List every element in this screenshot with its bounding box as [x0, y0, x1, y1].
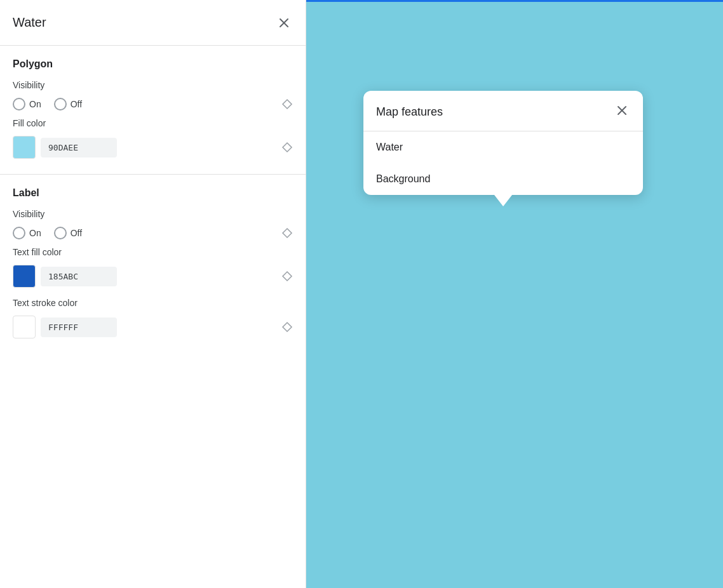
close-icon — [278, 17, 290, 29]
polygon-fill-color-input[interactable] — [41, 138, 117, 157]
polygon-section: Polygon Visibility On Off Fill color — [0, 46, 306, 175]
text-fill-color-row — [13, 265, 293, 288]
map-features-popup: Map features Water Background — [363, 91, 643, 195]
panel-header: Water — [0, 0, 306, 46]
polygon-visibility-off[interactable]: Off — [54, 98, 82, 110]
polygon-fill-color-label: Fill color — [13, 118, 293, 128]
popup-close-button[interactable] — [614, 102, 630, 122]
polygon-fill-color-swatch[interactable] — [13, 136, 36, 159]
polygon-off-radio[interactable] — [54, 98, 67, 110]
label-on-label: On — [29, 228, 41, 238]
text-stroke-color-input[interactable] — [41, 317, 117, 337]
text-fill-diamond-icon — [281, 271, 293, 282]
polygon-visibility-radio-group: On Off — [13, 98, 281, 110]
polygon-visibility-on[interactable]: On — [13, 98, 41, 110]
polygon-visibility-label: Visibility — [13, 80, 293, 90]
label-section-title: Label — [13, 187, 293, 199]
label-on-radio[interactable] — [13, 227, 25, 239]
popup-close-icon — [616, 105, 628, 116]
polygon-on-label: On — [29, 99, 41, 109]
label-section: Label Visibility On Off Text fill color — [0, 175, 306, 354]
label-visibility-label: Visibility — [13, 209, 293, 219]
polygon-visibility-diamond-icon — [281, 98, 293, 110]
text-stroke-color-label: Text stroke color — [13, 298, 293, 308]
polygon-section-title: Polygon — [13, 58, 293, 70]
text-stroke-color-swatch[interactable] — [13, 316, 36, 338]
label-off-radio[interactable] — [54, 227, 67, 239]
label-visibility-off[interactable]: Off — [54, 227, 82, 239]
left-panel: Water Polygon Visibility On Off — [0, 0, 306, 588]
text-fill-color-swatch[interactable] — [13, 265, 36, 288]
polygon-on-radio[interactable] — [13, 98, 25, 110]
label-visibility-diamond-icon — [281, 227, 293, 239]
label-visibility-radio-group: On Off — [13, 227, 281, 239]
panel-close-button[interactable] — [275, 14, 293, 32]
text-stroke-diamond-icon — [281, 321, 293, 333]
text-fill-color-input[interactable] — [41, 267, 117, 286]
label-visibility-on[interactable]: On — [13, 227, 41, 239]
popup-title: Map features — [376, 105, 443, 119]
popup-item-water[interactable]: Water — [363, 131, 643, 163]
map-panel: Map features Water Background — [306, 0, 723, 588]
label-off-label: Off — [71, 228, 82, 238]
panel-title: Water — [13, 15, 46, 30]
polygon-fill-color-row — [13, 136, 293, 159]
text-stroke-color-row — [13, 316, 293, 338]
popup-item-background[interactable]: Background — [363, 163, 643, 195]
polygon-visibility-row: On Off — [13, 98, 293, 110]
polygon-fill-diamond-icon — [281, 142, 293, 153]
polygon-off-label: Off — [71, 99, 82, 109]
label-visibility-row: On Off — [13, 227, 293, 239]
text-fill-color-label: Text fill color — [13, 247, 293, 257]
popup-header: Map features — [363, 91, 643, 131]
